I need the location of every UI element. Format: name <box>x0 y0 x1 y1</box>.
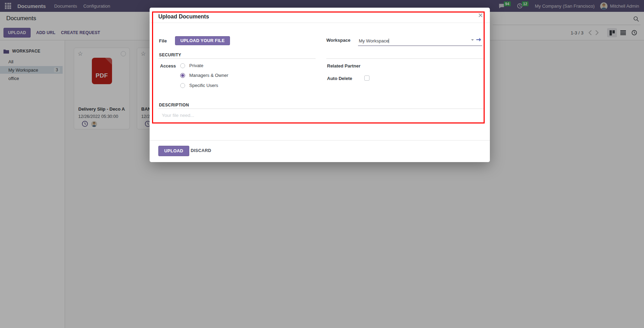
access-option-specific-users[interactable]: Specific Users <box>180 83 218 88</box>
upload-documents-modal: Upload Documents × File UPLOAD YOUR FILE… <box>150 8 490 162</box>
description-divider <box>158 109 484 109</box>
security-section-header: SECURITY <box>159 53 181 57</box>
text-cursor <box>389 39 389 43</box>
workspace-input[interactable]: My Workspace <box>358 38 482 46</box>
radio-label: Specific Users <box>189 83 218 88</box>
workspace-value: My Workspace <box>359 38 389 43</box>
upload-your-file-button[interactable]: UPLOAD YOUR FILE <box>175 36 230 45</box>
security-divider-left <box>158 58 316 59</box>
modal-footer: UPLOAD DISCARD <box>150 140 490 162</box>
security-divider-right <box>326 58 484 59</box>
radio-unselected-icon[interactable] <box>180 83 185 88</box>
auto-delete-checkbox[interactable] <box>364 75 369 81</box>
internal-link-arrow-icon[interactable] <box>476 37 482 42</box>
radio-selected-icon[interactable] <box>180 73 185 78</box>
auto-delete-label: Auto Delete <box>327 76 352 81</box>
radio-label: Private <box>189 63 203 68</box>
caret-down-icon[interactable] <box>471 39 474 41</box>
file-label: File <box>159 38 167 43</box>
radio-unselected-icon[interactable] <box>180 63 185 68</box>
modal-discard-button[interactable]: DISCARD <box>191 148 211 153</box>
access-option-managers-owner[interactable]: Managers & Owner <box>180 73 228 78</box>
description-section-header: DESCRIPTION <box>159 103 189 107</box>
modal-header: Upload Documents × <box>150 8 490 23</box>
close-icon[interactable]: × <box>478 11 483 19</box>
workspace-label: Workspace <box>326 38 350 43</box>
description-textarea[interactable]: Your file need... <box>162 113 194 118</box>
access-label: Access <box>160 63 176 69</box>
documents-app-screen: Documents Documents Configuration 94 12 … <box>0 0 644 328</box>
access-option-private[interactable]: Private <box>180 63 203 68</box>
modal-upload-button[interactable]: UPLOAD <box>158 146 189 156</box>
radio-label: Managers & Owner <box>189 73 228 78</box>
related-partner-label: Related Partner <box>327 63 360 69</box>
modal-title: Upload Documents <box>158 14 209 20</box>
